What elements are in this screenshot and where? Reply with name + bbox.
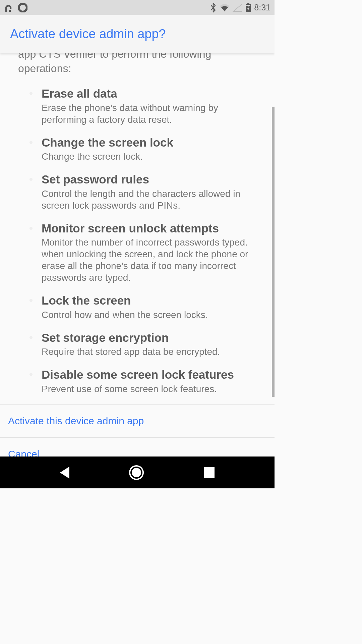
recent-apps-button-icon[interactable]: [204, 467, 215, 478]
cancel-button[interactable]: Cancel: [0, 438, 275, 457]
status-right: 8:31: [210, 3, 270, 13]
permission-title: Lock the screen: [42, 293, 256, 308]
bluetooth-icon: [210, 3, 217, 13]
status-bar: 8:31: [0, 0, 275, 15]
cell-signal-icon: [233, 3, 243, 12]
permission-desc: Erase the phone's data without warning b…: [42, 102, 256, 125]
permissions-list: Erase all data Erase the phone's data wi…: [0, 86, 275, 395]
permission-desc: Control how and when the screen locks.: [42, 309, 256, 321]
wifi-icon: [219, 3, 230, 12]
svg-rect-3: [247, 3, 249, 4]
permission-title: Disable some screen lock features: [42, 367, 256, 382]
permission-item: Monitor screen unlock attempts Monitor t…: [29, 221, 256, 284]
permission-item: Lock the screen Control how and when the…: [29, 293, 256, 321]
permission-title: Erase all data: [42, 86, 256, 101]
status-time: 8:31: [254, 3, 270, 12]
svg-point-1: [19, 4, 27, 12]
permission-desc: Monitor the number of incorrect password…: [42, 236, 256, 283]
permission-item: Set password rules Control the length an…: [29, 172, 256, 211]
permission-desc: Require that stored app data be encrypte…: [42, 346, 256, 358]
permission-desc: Prevent use of some screen lock features…: [42, 383, 256, 395]
permission-title: Change the screen lock: [42, 135, 256, 150]
circle-icon: [18, 3, 27, 12]
navigation-bar: [0, 457, 275, 488]
permission-item: Disable some screen lock features Preven…: [29, 367, 256, 395]
permission-desc: Control the length and the characters al…: [42, 188, 256, 211]
permission-item: Set storage encryption Require that stor…: [29, 330, 256, 358]
action-buttons: Activate this device admin app Cancel Un…: [0, 404, 275, 457]
project-fi-icon: [4, 3, 13, 13]
status-left: [4, 3, 27, 13]
battery-charging-icon: [245, 3, 251, 12]
home-button-icon[interactable]: [129, 465, 144, 480]
back-button-icon[interactable]: [60, 467, 69, 479]
svg-rect-0: [9, 10, 11, 12]
page-title: Activate device admin app?: [10, 27, 166, 41]
page-header: Activate device admin app?: [0, 15, 275, 53]
permission-item: Erase all data Erase the phone's data wi…: [29, 86, 256, 125]
permission-title: Set password rules: [42, 172, 256, 187]
activate-button[interactable]: Activate this device admin app: [0, 405, 275, 438]
permission-title: Set storage encryption: [42, 330, 256, 345]
permission-desc: Change the screen lock.: [42, 151, 256, 162]
permission-item: Change the screen lock Change the screen…: [29, 135, 256, 163]
scrollbar-thumb[interactable]: [272, 107, 275, 397]
main-content[interactable]: app CTS Verifier to perform the followin…: [0, 53, 275, 457]
permission-title: Monitor screen unlock attempts: [42, 221, 256, 236]
intro-text: app CTS Verifier to perform the followin…: [0, 53, 275, 86]
